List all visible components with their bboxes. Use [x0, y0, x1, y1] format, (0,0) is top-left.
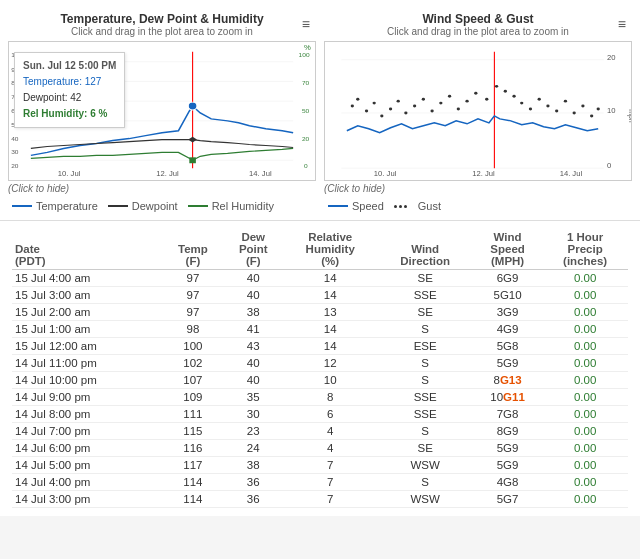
svg-text:12. Jul: 12. Jul [156, 169, 179, 178]
tooltip-humidity: Rel Humidity: 6 % [23, 106, 116, 122]
temp-chart-menu-icon[interactable]: ≡ [302, 16, 310, 32]
legend-gust-dots [394, 205, 414, 208]
cell-temp: 114 [162, 474, 223, 491]
legend-temp-line [12, 205, 32, 207]
cell-precip: 0.00 [542, 440, 628, 457]
legend-gust-label: Gust [418, 200, 441, 212]
temp-chart-subtitle: Click and drag in the plot area to zoom … [8, 26, 316, 37]
cell-date: 14 Jul 8:00 pm [12, 406, 162, 423]
col-humidity: RelativeHumidity(%) [283, 229, 377, 270]
wind-chart-area[interactable]: 20 10 0 mph [324, 41, 632, 181]
cell-dew: 40 [224, 270, 283, 287]
cell-temp: 115 [162, 423, 223, 440]
svg-point-38 [365, 110, 368, 113]
svg-point-42 [397, 100, 400, 103]
svg-point-54 [504, 90, 507, 93]
cell-wind-dir: S [377, 321, 473, 338]
cell-humidity: 14 [283, 321, 377, 338]
table-row: 15 Jul 2:00 am 97 38 13 SE 3G9 0.00 [12, 304, 628, 321]
legend-speed: Speed [328, 200, 384, 212]
cell-dew: 38 [224, 457, 283, 474]
temp-chart-click-hide[interactable]: (Click to hide) [8, 183, 316, 194]
cell-dew: 40 [224, 287, 283, 304]
legend-temperature: Temperature [12, 200, 98, 212]
svg-point-47 [439, 102, 442, 105]
tooltip-hum-value: 6 % [90, 108, 107, 119]
cell-temp: 109 [162, 389, 223, 406]
legend-dot-1 [394, 205, 397, 208]
table-row: 14 Jul 5:00 pm 117 38 7 WSW 5G9 0.00 [12, 457, 628, 474]
cell-temp: 111 [162, 406, 223, 423]
cell-dew: 35 [224, 389, 283, 406]
svg-point-51 [474, 92, 477, 95]
cell-wind-speed: 3G9 [473, 304, 542, 321]
svg-point-46 [430, 110, 433, 113]
cell-wind-dir: SSE [377, 389, 473, 406]
cell-temp: 100 [162, 338, 223, 355]
tooltip-temp-value: 127 [85, 76, 102, 87]
table-row: 15 Jul 4:00 am 97 40 14 SE 6G9 0.00 [12, 270, 628, 287]
legend-speed-line [328, 205, 348, 207]
wind-chart-menu-icon[interactable]: ≡ [618, 16, 626, 32]
tooltip-dew-value: 42 [70, 92, 81, 103]
table-row: 14 Jul 6:00 pm 116 24 4 SE 5G9 0.00 [12, 440, 628, 457]
cell-wind-dir: SE [377, 440, 473, 457]
table-header-row: Date(PDT) Temp(F) DewPoint(F) RelativeHu… [12, 229, 628, 270]
cell-humidity: 10 [283, 372, 377, 389]
svg-point-37 [356, 98, 359, 101]
cell-temp: 102 [162, 355, 223, 372]
svg-point-52 [485, 98, 488, 101]
wind-chart-subtitle: Click and drag in the plot area to zoom … [324, 26, 632, 37]
svg-text:14. Jul: 14. Jul [560, 169, 583, 178]
svg-text:40: 40 [11, 135, 19, 142]
temp-chart-area[interactable]: Sun. Jul 12 5:00 PM Temperature: 127 Dew… [8, 41, 316, 181]
svg-point-41 [389, 108, 392, 111]
cell-dew: 40 [224, 355, 283, 372]
cell-precip: 0.00 [542, 270, 628, 287]
cell-wind-speed: 8G13 [473, 372, 542, 389]
table-row: 14 Jul 8:00 pm 111 30 6 SSE 7G8 0.00 [12, 406, 628, 423]
svg-point-60 [555, 110, 558, 113]
svg-point-58 [538, 98, 541, 101]
wind-chart-legend: Speed Gust [324, 200, 632, 212]
cell-humidity: 6 [283, 406, 377, 423]
wind-chart-click-hide[interactable]: (Click to hide) [324, 183, 632, 194]
cell-precip: 0.00 [542, 474, 628, 491]
cell-humidity: 7 [283, 457, 377, 474]
svg-text:%: % [304, 43, 311, 52]
cell-date: 15 Jul 12:00 am [12, 338, 162, 355]
svg-point-40 [380, 114, 383, 117]
legend-speed-label: Speed [352, 200, 384, 212]
svg-point-49 [457, 108, 460, 111]
cell-precip: 0.00 [542, 372, 628, 389]
cell-date: 14 Jul 11:00 pm [12, 355, 162, 372]
cell-date: 14 Jul 4:00 pm [12, 474, 162, 491]
legend-temp-label: Temperature [36, 200, 98, 212]
cell-wind-dir: WSW [377, 491, 473, 508]
cell-precip: 0.00 [542, 287, 628, 304]
col-wind-speed: WindSpeed(MPH) [473, 229, 542, 270]
svg-point-62 [573, 111, 576, 114]
cell-date: 15 Jul 2:00 am [12, 304, 162, 321]
tooltip-temp-label: Temperature: [23, 76, 82, 87]
svg-text:0: 0 [607, 162, 611, 171]
svg-point-44 [413, 105, 416, 108]
cell-precip: 0.00 [542, 457, 628, 474]
table-row: 14 Jul 11:00 pm 102 40 12 S 5G9 0.00 [12, 355, 628, 372]
cell-precip: 0.00 [542, 321, 628, 338]
cell-wind-speed: 5G10 [473, 287, 542, 304]
table-row: 14 Jul 7:00 pm 115 23 4 S 8G9 0.00 [12, 423, 628, 440]
cell-dew: 30 [224, 406, 283, 423]
cell-wind-dir: S [377, 474, 473, 491]
col-date: Date(PDT) [12, 229, 162, 270]
cell-dew: 40 [224, 372, 283, 389]
col-temp: Temp(F) [162, 229, 223, 270]
tooltip-dew-label: Dewpoint: [23, 92, 67, 103]
cell-precip: 0.00 [542, 389, 628, 406]
cell-dew: 36 [224, 491, 283, 508]
cell-dew: 23 [224, 423, 283, 440]
table-row: 15 Jul 1:00 am 98 41 14 S 4G9 0.00 [12, 321, 628, 338]
cell-precip: 0.00 [542, 355, 628, 372]
legend-dot-2 [399, 205, 402, 208]
svg-text:10: 10 [607, 106, 615, 115]
